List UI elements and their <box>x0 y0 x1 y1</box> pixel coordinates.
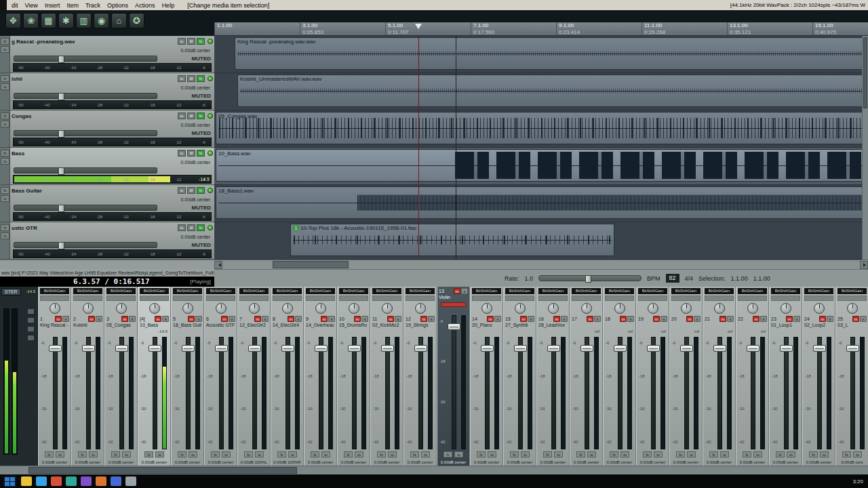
solo-button[interactable]: s <box>760 316 767 322</box>
fx-empty-slot[interactable] <box>605 296 634 301</box>
pan-knob[interactable] <box>349 303 359 314</box>
fx-button[interactable]: fx <box>197 113 205 119</box>
mute-button[interactable]: m <box>188 316 195 322</box>
record-arm-button[interactable] <box>208 39 213 44</box>
strip-name[interactable]: King Rascal - <box>39 323 71 329</box>
mute-button[interactable]: m <box>520 316 527 322</box>
toolbar-icon[interactable]: ▥ <box>76 13 92 28</box>
fx-insert-slot[interactable]: BitShiftGain <box>306 288 335 294</box>
taskbar-app-icon[interactable] <box>125 476 136 486</box>
track-panel[interactable]: fx io Bass io Ø fx 0.00dB center <box>0 148 214 185</box>
mixer-strip[interactable]: BitShiftGain 12 m s 19_Strings -6-18-30-… <box>403 287 437 466</box>
volume-fader[interactable] <box>385 337 390 449</box>
fx-button[interactable]: fx <box>45 451 54 458</box>
pan-knob[interactable] <box>149 303 160 314</box>
strip-name[interactable]: 03_L <box>836 323 868 329</box>
fx-insert-slot[interactable]: BitShiftGain <box>605 288 634 294</box>
solo-button[interactable]: s <box>627 316 634 322</box>
scrollbar-thumb[interactable] <box>273 261 349 268</box>
fx-insert-slot[interactable]: BitShiftGain <box>73 288 102 294</box>
fader-thumb[interactable] <box>780 345 793 352</box>
master-label[interactable]: STER <box>1 288 21 296</box>
volume-fader[interactable] <box>14 130 157 136</box>
record-arm-button[interactable] <box>208 225 213 230</box>
mixer-strip[interactable]: BitShiftGain 25 m s 03_L -6-18-30-42 <box>835 287 868 466</box>
volume-fader[interactable] <box>418 337 423 449</box>
volume-fader[interactable] <box>14 56 157 62</box>
track-name[interactable]: Bass <box>12 150 176 157</box>
io-button[interactable]: io <box>687 451 696 458</box>
strip-name[interactable]: 01_Loop1 <box>770 323 802 329</box>
solo-button[interactable]: s <box>727 316 734 322</box>
fx-empty-slot[interactable] <box>372 296 401 301</box>
io-button[interactable]: io <box>178 187 186 194</box>
phase-button[interactable]: Ø <box>187 113 195 119</box>
mixer-strip[interactable]: BitShiftGain [4] m s 10_Bass -14.5 -6-18… <box>138 287 171 466</box>
solo-button[interactable]: s <box>494 316 501 322</box>
mute-button[interactable]: m <box>254 316 261 322</box>
solo-button[interactable]: s <box>129 316 136 322</box>
io-button[interactable]: io <box>1 158 9 165</box>
master-button[interactable] <box>27 335 35 341</box>
fx-empty-slot[interactable] <box>671 296 701 301</box>
pan-knob[interactable] <box>747 303 758 314</box>
track-name[interactable]: Congas <box>12 113 176 119</box>
menu-item[interactable]: Help <box>159 2 178 9</box>
strip-name[interactable]: 14_Overheac <box>304 323 336 329</box>
volume-fader[interactable] <box>784 337 789 449</box>
io-button[interactable]: io <box>288 451 297 458</box>
fx-button[interactable]: fx <box>543 451 552 458</box>
fx-insert-slot[interactable]: BitShiftGain <box>239 288 269 294</box>
strip-name[interactable] <box>570 323 602 329</box>
io-button[interactable]: io <box>56 451 64 458</box>
solo-button[interactable]: s <box>594 316 601 322</box>
fader-thumb[interactable] <box>215 345 228 352</box>
media-item[interactable]: 110-Top Plus 18k - Acoustic-190115_1958-… <box>290 224 614 256</box>
phase-button[interactable]: Ø <box>187 38 195 45</box>
volume-fader[interactable] <box>14 93 157 99</box>
fx-empty-slot[interactable] <box>771 296 800 301</box>
io-button[interactable]: io <box>355 451 363 458</box>
mixer-strip[interactable]: BitShiftGain 15 m s 27_Synth6 -6-18-30-4… <box>503 287 536 466</box>
volume-fader[interactable] <box>585 337 589 449</box>
mute-button[interactable]: m <box>487 316 494 322</box>
fx-button[interactable]: fx <box>1 38 9 45</box>
fader-thumb[interactable] <box>115 345 128 352</box>
fx-button[interactable]: fx <box>643 451 652 458</box>
pan-knob[interactable] <box>847 303 858 314</box>
fx-empty-slot[interactable] <box>140 296 169 301</box>
fx-button[interactable]: fx <box>1 224 9 231</box>
mixer-strip[interactable]: BitShiftGain 1 m s King Rascal - -6-18-3… <box>38 287 71 466</box>
io-button[interactable]: io <box>178 150 186 157</box>
volume-fader[interactable] <box>452 315 456 449</box>
fx-empty-slot[interactable] <box>572 296 601 301</box>
mixer-strip[interactable]: BitShiftGain 9 m s 14_Overheac -6-18-30-… <box>304 287 337 466</box>
io-button[interactable]: io <box>1 121 9 127</box>
fader-thumb[interactable] <box>647 345 660 352</box>
io-button[interactable]: io <box>388 451 397 458</box>
volume-fader[interactable] <box>319 337 323 449</box>
menu-item[interactable]: Item <box>63 2 82 9</box>
start-button[interactable] <box>3 476 16 487</box>
taskbar-app-icon[interactable] <box>96 476 106 486</box>
solo-button[interactable]: s <box>827 316 833 322</box>
mixer-strip[interactable]: BitShiftGain 17 m s -inf -6-18-30-42 <box>570 287 603 466</box>
io-button[interactable]: io <box>620 451 629 458</box>
track-lane[interactable]: 05_Congas.wav <box>214 110 868 148</box>
fx-button[interactable]: fx <box>1 150 9 157</box>
rate-value[interactable]: 1.0 <box>525 275 534 282</box>
io-button[interactable]: io <box>155 451 164 458</box>
fx-insert-slot[interactable]: BitShiftGain <box>40 288 69 294</box>
selection-start[interactable]: 1.1.00 <box>731 275 748 282</box>
io-button[interactable]: io <box>521 451 530 458</box>
fader-thumb[interactable] <box>713 345 726 352</box>
mute-button[interactable]: m <box>354 316 361 322</box>
selection-end[interactable]: 1.1.00 <box>753 275 770 282</box>
fx-button[interactable]: fx <box>743 451 751 458</box>
io-button[interactable]: io <box>587 451 596 458</box>
media-item[interactable]: 10_Bass.wav <box>216 149 867 182</box>
mixer-strip[interactable]: BitShiftGain 2 m s Koishii -6-18-30-42 <box>71 287 104 466</box>
pan-knob[interactable] <box>515 303 526 314</box>
fx-empty-slot[interactable] <box>106 296 136 301</box>
media-item[interactable]: 18_Bass1.wav <box>216 186 867 219</box>
